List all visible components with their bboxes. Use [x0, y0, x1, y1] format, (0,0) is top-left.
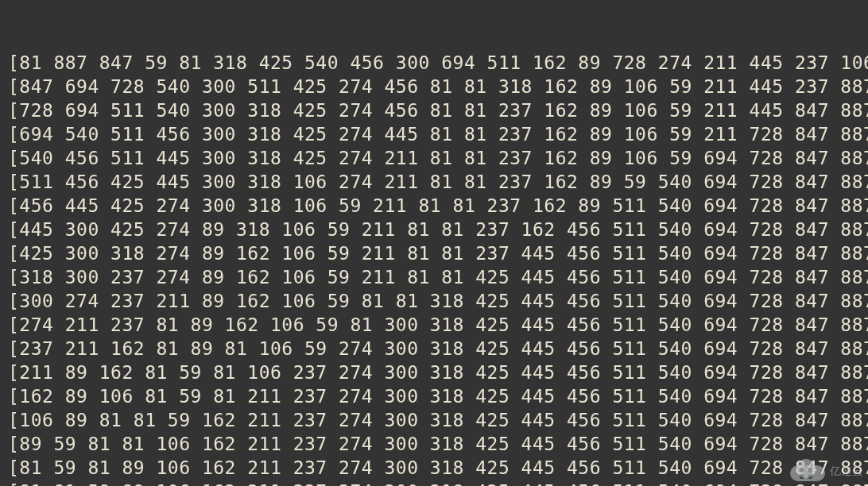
- array-row-text: [106 89 81 81 59 162 211 237 274 300 318…: [8, 410, 868, 430]
- array-row-text: [456 445 425 274 300 318 106 59 211 81 8…: [8, 195, 868, 216]
- array-row-text: [81 887 847 59 81 318 425 540 456 300 69…: [8, 52, 868, 73]
- array-row-text: [89 59 81 81 106 162 211 237 274 300 318…: [8, 434, 868, 454]
- array-row-text: [425 300 318 274 89 162 106 59 211 81 81…: [8, 243, 868, 264]
- array-row-text: [237 211 162 81 89 81 106 59 274 300 318…: [8, 338, 868, 359]
- array-row-text: [81 59 81 89 106 162 211 237 274 300 318…: [8, 457, 868, 478]
- array-row: [237 211 162 81 89 81 106 59 274 300 318…: [8, 337, 860, 361]
- array-row-text: [300 274 237 211 89 162 106 59 81 81 318…: [8, 291, 868, 311]
- array-row-text: [211 89 162 81 59 81 106 237 274 300 318…: [8, 362, 868, 383]
- array-row-text: [81 81 59 89 106 162 211 237 274 300 318…: [8, 481, 868, 486]
- array-row: [81 59 81 89 106 162 211 237 274 300 318…: [8, 456, 860, 480]
- array-row: [318 300 237 274 89 162 106 59 211 81 81…: [8, 265, 860, 289]
- array-output: [81 887 847 59 81 318 425 540 456 300 69…: [8, 51, 860, 486]
- array-row-text: [274 211 237 81 89 162 106 59 81 300 318…: [8, 314, 868, 335]
- array-row: [456 445 425 274 300 318 106 59 211 81 8…: [8, 194, 860, 218]
- array-row: [106 89 81 81 59 162 211 237 274 300 318…: [8, 408, 860, 432]
- array-row: [81 81 59 89 106 162 211 237 274 300 318…: [8, 480, 860, 486]
- array-row-text: [728 694 511 540 300 318 425 274 456 81 …: [8, 100, 868, 121]
- array-row-text: [694 540 511 456 300 318 425 274 445 81 …: [8, 124, 868, 145]
- array-row-text: [847 694 728 540 300 511 425 274 456 81 …: [8, 76, 868, 97]
- array-row: [425 300 318 274 89 162 106 59 211 81 81…: [8, 241, 860, 265]
- array-row: [511 456 425 445 300 318 106 274 211 81 …: [8, 170, 860, 194]
- array-row: [847 694 728 540 300 511 425 274 456 81 …: [8, 75, 860, 98]
- array-row-text: [540 456 511 445 300 318 425 274 211 81 …: [8, 148, 868, 168]
- terminal-output: [81 887 847 59 81 318 425 540 456 300 69…: [0, 0, 868, 486]
- array-row: [300 274 237 211 89 162 106 59 81 81 318…: [8, 289, 860, 313]
- array-row: [694 540 511 456 300 318 425 274 445 81 …: [8, 122, 860, 146]
- array-row: [89 59 81 81 106 162 211 237 274 300 318…: [8, 432, 860, 456]
- array-row-text: [162 89 106 81 59 81 211 237 274 300 318…: [8, 386, 868, 407]
- array-row: [162 89 106 81 59 81 211 237 274 300 318…: [8, 384, 860, 408]
- array-row-text: [445 300 425 274 89 318 106 59 211 81 81…: [8, 219, 868, 240]
- array-row: [728 694 511 540 300 318 425 274 456 81 …: [8, 98, 860, 122]
- array-row: [211 89 162 81 59 81 106 237 274 300 318…: [8, 361, 860, 384]
- array-row: [81 887 847 59 81 318 425 540 456 300 69…: [8, 51, 860, 75]
- array-row-text: [511 456 425 445 300 318 106 274 211 81 …: [8, 172, 868, 192]
- array-row: [540 456 511 445 300 318 425 274 211 81 …: [8, 146, 860, 170]
- array-row: [274 211 237 81 89 162 106 59 81 300 318…: [8, 313, 860, 337]
- array-row-text: [318 300 237 274 89 162 106 59 211 81 81…: [8, 267, 868, 287]
- array-row: [445 300 425 274 89 318 106 59 211 81 81…: [8, 218, 860, 241]
